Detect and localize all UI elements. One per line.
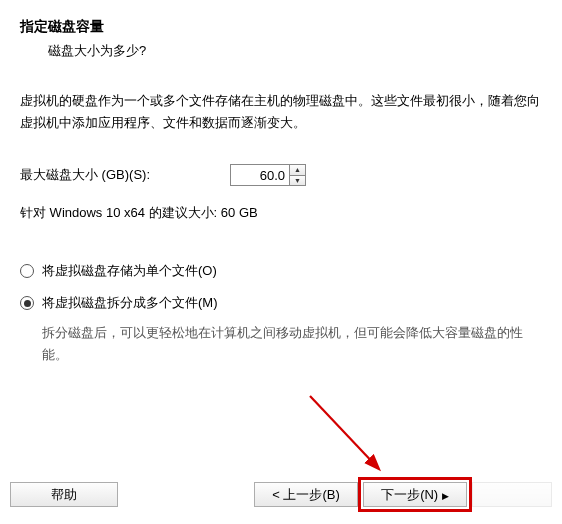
help-button[interactable]: 帮助	[10, 482, 118, 507]
disk-size-spinner[interactable]: ▲ ▼	[230, 164, 306, 186]
next-button[interactable]: 下一步(N) ▶	[363, 482, 467, 507]
next-button-highlight: 下一步(N) ▶	[358, 477, 472, 512]
cancel-button[interactable]	[472, 482, 552, 507]
page-title: 指定磁盘容量	[20, 18, 542, 36]
radio-split-files[interactable]: 将虚拟磁盘拆分成多个文件(M)	[20, 294, 542, 312]
back-button[interactable]: < 上一步(B)	[254, 482, 358, 507]
recommended-size-text: 针对 Windows 10 x64 的建议大小: 60 GB	[20, 204, 542, 222]
description-text: 虚拟机的硬盘作为一个或多个文件存储在主机的物理磁盘中。这些文件最初很小，随着您向…	[20, 90, 542, 134]
content-area: 虚拟机的硬盘作为一个或多个文件存储在主机的物理磁盘中。这些文件最初很小，随着您向…	[0, 70, 562, 366]
svg-line-0	[310, 396, 378, 468]
page-subtitle: 磁盘大小为多少?	[20, 42, 542, 60]
disk-size-input[interactable]	[231, 165, 289, 185]
spinner-up-button[interactable]: ▲	[290, 165, 305, 175]
disk-size-label: 最大磁盘大小 (GB)(S):	[20, 166, 150, 184]
radio-split-note: 拆分磁盘后，可以更轻松地在计算机之间移动虚拟机，但可能会降低大容量磁盘的性能。	[20, 322, 542, 366]
radio-icon	[20, 296, 34, 310]
annotation-arrow-icon	[300, 390, 420, 480]
spinner-down-button[interactable]: ▼	[290, 175, 305, 186]
wizard-header: 指定磁盘容量 磁盘大小为多少?	[0, 0, 562, 70]
disk-size-row: 最大磁盘大小 (GB)(S): ▲ ▼	[20, 164, 542, 186]
wizard-footer: 帮助 < 上一步(B) 下一步(N) ▶	[10, 477, 552, 512]
disk-storage-radio-group: 将虚拟磁盘存储为单个文件(O) 将虚拟磁盘拆分成多个文件(M) 拆分磁盘后，可以…	[20, 262, 542, 366]
radio-single-label: 将虚拟磁盘存储为单个文件(O)	[42, 262, 217, 280]
radio-single-file[interactable]: 将虚拟磁盘存储为单个文件(O)	[20, 262, 542, 280]
chevron-right-icon: ▶	[442, 491, 449, 501]
radio-icon	[20, 264, 34, 278]
radio-split-label: 将虚拟磁盘拆分成多个文件(M)	[42, 294, 218, 312]
